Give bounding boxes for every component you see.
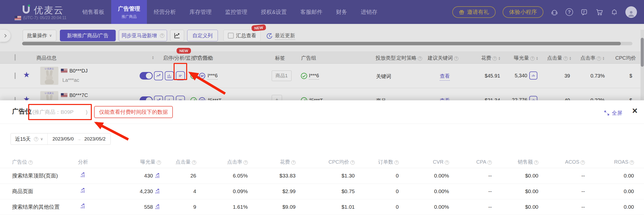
status-check-icon <box>301 73 307 81</box>
notifications-icon[interactable] <box>610 8 618 16</box>
app-root: 优麦云 (UTC-7): 05/23 20:04:11 销售看板 广告管理 推广… <box>0 0 644 215</box>
nav-item-monitoring[interactable]: 监控管理 <box>218 0 254 24</box>
info-icon[interactable] <box>192 160 196 165</box>
monitor-bars-icon[interactable] <box>165 71 174 80</box>
nav-item-customer-email[interactable]: 客服邮件 <box>294 0 329 24</box>
analysis-chart-icon[interactable] <box>154 71 163 80</box>
impressions-chart-icon[interactable] <box>529 71 537 80</box>
info-icon <box>597 56 601 61</box>
roas-value: 0.00 <box>592 199 644 215</box>
info-icon[interactable] <box>350 160 355 165</box>
product-asin[interactable]: B0***DJ <box>61 68 88 74</box>
info-icon[interactable] <box>157 160 161 165</box>
us-flag-icon <box>61 69 67 73</box>
info-icon[interactable] <box>291 160 296 165</box>
tag-badge[interactable]: 商品1 <box>272 70 292 81</box>
info-icon[interactable] <box>630 160 634 165</box>
product-thumbnail[interactable]: U 优麦云 <box>40 67 58 85</box>
info-icon[interactable] <box>488 160 492 165</box>
chart-view-button[interactable] <box>170 30 184 41</box>
acos-value: -- <box>547 184 592 199</box>
select-all-checkbox[interactable] <box>15 54 16 61</box>
sort-icon[interactable]: ▲▼ <box>569 56 572 60</box>
campaign-toggle[interactable] <box>140 72 153 80</box>
nav-item-purchase-sales-stock[interactable]: 进销存 <box>354 0 384 24</box>
line-chart-icon <box>174 32 180 39</box>
horizontal-scrollbar-thumb[interactable] <box>22 42 621 45</box>
adgroup-link[interactable]: I***6 <box>309 73 319 80</box>
info-icon[interactable] <box>454 56 458 61</box>
info-icon[interactable] <box>581 160 585 165</box>
invite-reward-button[interactable]: 邀请有礼 <box>452 6 496 18</box>
col-impressions[interactable]: 曝光量▲▼ <box>514 55 538 61</box>
chevron-right-icon <box>3 34 7 38</box>
col-ctr[interactable]: 点击率▲▼ <box>580 55 605 61</box>
col-spend[interactable]: 花费▲▼ <box>481 55 501 61</box>
sync-amazon-button[interactable]: 同步亚马逊新增 <box>119 30 167 41</box>
favorite-star-icon[interactable]: ★ <box>23 70 30 79</box>
info-icon[interactable] <box>418 56 422 61</box>
info-icon[interactable] <box>394 160 399 165</box>
add-promotion-button[interactable]: 新增推广商品/广告 <box>60 30 116 41</box>
row-checkbox[interactable] <box>15 73 16 79</box>
sort-icon[interactable]: ▲▼ <box>152 56 154 59</box>
info-icon[interactable] <box>28 160 33 165</box>
nav-item-finance[interactable]: 财务 <box>329 0 354 24</box>
date-preset-select[interactable]: 近15天 ∨ <box>11 133 48 145</box>
product-asin[interactable]: B0***7C <box>61 92 88 98</box>
col-clicks[interactable]: 点击量▲▼ <box>547 55 572 61</box>
trend-analysis-icon[interactable] <box>155 189 161 194</box>
cvr-value: 0.00% <box>406 199 457 215</box>
sort-icon[interactable]: ▲▼ <box>498 56 501 60</box>
info-icon <box>160 33 164 38</box>
gift-icon <box>459 9 464 15</box>
cpa-value: -- <box>457 184 499 199</box>
date-range-picker[interactable]: 2023/05/0 → 2023/05/2 <box>48 133 110 145</box>
batch-actions-button[interactable]: 批量操作∨ <box>23 30 56 41</box>
feedback-icon[interactable] <box>580 8 588 16</box>
campaign-link[interactable]: I***6 <box>208 73 218 80</box>
summary-view-toggle[interactable]: 汇总查看 <box>223 30 261 41</box>
fullscreen-button[interactable]: 全屏 <box>604 110 622 117</box>
trend-analysis-icon[interactable] <box>80 203 86 209</box>
view-keywords-link[interactable]: 查看 <box>440 73 450 81</box>
col-product-info[interactable]: 商品信息 <box>36 55 57 61</box>
nav-item-authorization-settings[interactable]: 授权&设置 <box>254 0 294 24</box>
table-row: ★ U 优麦云 B0***DJ La***ac SP I***6 商品1 I**… <box>0 64 644 88</box>
timezone-text: (UTC-7): 05/23 20:04:11 <box>23 16 66 20</box>
trend-analysis-icon[interactable] <box>155 173 161 179</box>
recent-update-button[interactable]: 最近更新 <box>266 32 295 40</box>
trend-analysis-icon[interactable] <box>80 188 86 194</box>
vertical-scrollbar-thumb[interactable] <box>641 38 644 67</box>
trend-analysis-icon[interactable] <box>80 172 86 178</box>
custom-columns-button[interactable]: 自定义列 <box>187 30 218 41</box>
trend-analysis-icon[interactable] <box>155 204 161 210</box>
cart-icon[interactable] <box>595 8 603 16</box>
nav-item-business-analysis[interactable]: 经营分析 <box>147 0 183 24</box>
info-icon[interactable] <box>445 160 449 165</box>
mini-program-button[interactable]: 体验小程序 <box>503 6 543 18</box>
customer-service-icon[interactable] <box>550 8 558 16</box>
nav-item-sales-dashboard[interactable]: 销售看板 <box>75 0 111 24</box>
summary-checkbox[interactable] <box>228 33 234 39</box>
sort-icon[interactable]: ▲▼ <box>536 56 538 60</box>
impressions-value: 5,340 <box>515 73 527 79</box>
info-icon[interactable] <box>244 160 248 165</box>
svg-text:SP: SP <box>200 75 204 78</box>
sort-icon[interactable]: ▲▼ <box>602 56 605 60</box>
spend-value: $45.91 <box>485 73 500 79</box>
ctr-value: 1.61% <box>204 199 255 215</box>
nav-item-inventory[interactable]: 库存管理 <box>183 0 218 24</box>
nav-item-ad-management[interactable]: 广告管理 推广商品 <box>111 0 147 24</box>
avatar[interactable] <box>625 6 637 18</box>
cpc-value-clipped: $ <box>629 73 632 79</box>
horizontal-scrollbar[interactable] <box>22 42 632 45</box>
info-icon[interactable] <box>534 160 538 165</box>
close-icon[interactable]: × <box>632 105 637 116</box>
chevron-down-icon: ∨ <box>49 33 52 38</box>
date-from: 2023/05/0 <box>52 136 74 142</box>
help-icon[interactable]: ? <box>566 8 573 16</box>
app-logo[interactable]: 优麦云 <box>23 4 64 17</box>
col-targeting-type: 投放类型 <box>376 55 396 61</box>
timezone-display: (UTC-7): 05/23 20:04:11 <box>15 16 66 20</box>
